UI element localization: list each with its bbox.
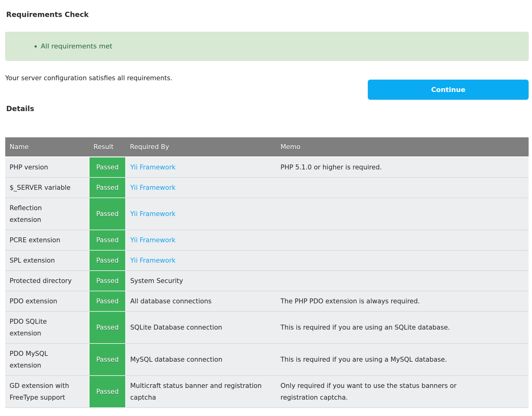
summary-text: Your server configuration satisfies all … — [5, 74, 172, 82]
memo-text: The PHP PDO extension is always required… — [276, 291, 529, 311]
table-row: PHP version Passed Yii Framework PHP 5.1… — [5, 157, 529, 178]
table-row: PDO MySQL extension Passed MySQL databas… — [5, 343, 529, 376]
required-by-text: SQLite Database connection — [130, 324, 222, 331]
table-row: Reflection extension Passed Yii Framewor… — [5, 198, 529, 230]
table-row: PCRE extension Passed Yii Framework — [5, 230, 529, 250]
required-by-cell: Yii Framework — [126, 250, 276, 271]
required-by-cell: Yii Framework — [126, 177, 276, 198]
requirement-name: GD extension with FreeType support — [5, 376, 89, 408]
summary-row: Your server configuration satisfies all … — [5, 74, 529, 100]
result-badge: Passed — [89, 250, 126, 271]
required-by-cell: System Security — [126, 271, 276, 291]
column-header-result: Result — [89, 137, 126, 157]
memo-text — [276, 271, 529, 291]
requirement-name: PCRE extension — [5, 230, 89, 250]
alert-item: All requirements met — [41, 41, 528, 52]
memo-text: PHP 5.1.0 or higher is required. — [276, 157, 529, 178]
result-badge: Passed — [89, 311, 126, 343]
result-badge: Passed — [89, 157, 126, 178]
requirement-name: Protected directory — [5, 271, 89, 291]
required-by-text: MySQL database connection — [130, 356, 222, 363]
table-header-row: Name Result Required By Memo — [5, 137, 529, 157]
result-badge: Passed — [89, 177, 126, 198]
details-title: Details — [6, 105, 529, 113]
requirements-alert: All requirements met — [5, 32, 529, 61]
table-row: GD extension with FreeType support Passe… — [5, 376, 529, 408]
result-badge: Passed — [89, 271, 126, 291]
memo-text — [276, 250, 529, 271]
requirement-name: PDO MySQL extension — [5, 343, 89, 376]
memo-text: This is required if you are using an SQL… — [276, 311, 529, 343]
column-header-required-by: Required By — [126, 137, 276, 157]
memo-text — [276, 177, 529, 198]
required-by-link[interactable]: Yii Framework — [130, 184, 176, 191]
requirement-name: PDO extension — [5, 291, 89, 311]
table-body: PHP version Passed Yii Framework PHP 5.1… — [5, 157, 529, 408]
result-badge: Passed — [89, 343, 126, 376]
result-badge: Passed — [89, 291, 126, 311]
requirement-name: PDO SQLite extension — [5, 311, 89, 343]
result-badge: Passed — [89, 198, 126, 230]
required-by-cell: All database connections — [126, 291, 276, 311]
required-by-link[interactable]: Yii Framework — [130, 210, 176, 218]
required-by-link[interactable]: Yii Framework — [130, 164, 176, 171]
required-by-link[interactable]: Yii Framework — [130, 257, 176, 264]
required-by-cell: MySQL database connection — [126, 343, 276, 376]
table-header: Name Result Required By Memo — [5, 137, 529, 157]
required-by-cell: Yii Framework — [126, 230, 276, 250]
required-by-cell: Yii Framework — [126, 157, 276, 178]
table-row: Protected directory Passed System Securi… — [5, 271, 529, 291]
requirement-name: $_SERVER variable — [5, 177, 89, 198]
required-by-text: Multicraft status banner and registratio… — [130, 382, 262, 401]
column-header-name: Name — [5, 137, 89, 157]
table-row: $_SERVER variable Passed Yii Framework — [5, 177, 529, 198]
result-badge: Passed — [89, 376, 126, 408]
required-by-cell: SQLite Database connection — [126, 311, 276, 343]
memo-text — [276, 198, 529, 230]
requirement-name: Reflection extension — [5, 198, 89, 230]
memo-text: This is required if you are using a MySQ… — [276, 343, 529, 376]
required-by-cell: Yii Framework — [126, 198, 276, 230]
page-title: Requirements Check — [6, 10, 529, 19]
requirements-check-page: Requirements Check All requirements met … — [0, 0, 532, 414]
alert-list: All requirements met — [6, 41, 528, 52]
table-row: PDO extension Passed All database connec… — [5, 291, 529, 311]
required-by-cell: Multicraft status banner and registratio… — [126, 376, 276, 408]
continue-button[interactable]: Continue — [368, 80, 529, 100]
required-by-text: System Security — [130, 277, 183, 285]
table-row: PDO SQLite extension Passed SQLite Datab… — [5, 311, 529, 343]
memo-text — [276, 230, 529, 250]
result-badge: Passed — [89, 230, 126, 250]
memo-text: Only required if you want to use the sta… — [276, 376, 529, 408]
required-by-link[interactable]: Yii Framework — [130, 236, 176, 244]
requirement-name: PHP version — [5, 157, 89, 178]
column-header-memo: Memo — [276, 137, 529, 157]
table-row: SPL extension Passed Yii Framework — [5, 250, 529, 271]
requirements-table: Name Result Required By Memo PHP version… — [5, 137, 529, 408]
required-by-text: All database connections — [130, 297, 211, 305]
requirement-name: SPL extension — [5, 250, 89, 271]
